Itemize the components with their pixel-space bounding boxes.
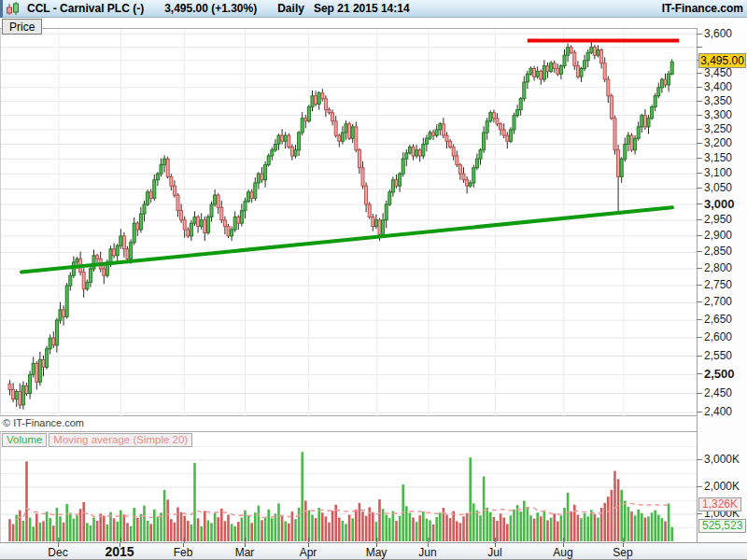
watermark-text: © IT-Finance.com <box>3 417 84 428</box>
price-tick-mark <box>697 158 702 159</box>
brand-logo-text: IT-Finance.com <box>662 2 743 15</box>
instrument-title: CCL - Carnival PLC (-) <box>27 2 144 15</box>
month-label: May <box>366 546 388 559</box>
volume-legend: Volume Moving average (Simple 20) <box>2 433 192 447</box>
price-tick-label: 2,700 <box>704 295 732 308</box>
price-tick-mark <box>697 337 702 338</box>
price-tick-mark <box>697 129 702 130</box>
price-tick-mark <box>697 373 702 374</box>
legend-chip-volume[interactable]: Volume <box>2 433 47 447</box>
price-tick-mark <box>697 319 702 320</box>
price-tick-label: 3,150 <box>704 151 732 164</box>
timeframe-label: Daily <box>277 2 304 15</box>
time-axis-band: Dec2015FebMarAprMayJunJulAugSep <box>0 542 747 560</box>
last-price-and-change: 3,495.00 (+1.30%) <box>164 2 257 15</box>
price-tick-mark <box>697 115 702 116</box>
month-label: Aug <box>553 546 572 559</box>
month-label: Mar <box>235 546 255 559</box>
price-tick-mark <box>697 34 702 35</box>
month-label: Apr <box>300 546 317 559</box>
price-tick-mark <box>697 393 702 394</box>
price-tick-label: 2,850 <box>704 245 732 258</box>
price-tick-label: 3,400 <box>704 80 732 93</box>
price-candlestick-chart[interactable] <box>1 29 698 417</box>
price-tick-label: 2,800 <box>704 261 732 274</box>
price-tick-label: 2,900 <box>704 229 732 242</box>
last-update-datetime: Sep 21 2015 14:14 <box>314 2 410 15</box>
volume-tick-label: 3,000K <box>704 453 740 466</box>
titlebar-accent-strip <box>0 0 3 18</box>
price-tick-label: 2,400 <box>704 405 732 418</box>
price-tick-label: 3,600 <box>704 27 732 40</box>
price-tick-mark <box>697 412 702 413</box>
volume-tick-mark <box>697 513 702 514</box>
price-tick-mark <box>697 301 702 302</box>
price-tick-label: 3,200 <box>704 136 732 149</box>
price-tick-label: 2,450 <box>704 386 732 399</box>
volume-tick-label: 2,000K <box>704 480 740 493</box>
price-tick-mark <box>697 219 702 220</box>
month-label: Sep <box>613 546 632 559</box>
price-chart-panel[interactable] <box>0 28 697 416</box>
price-tick-label: 2,750 <box>704 278 732 291</box>
price-tick-mark <box>697 251 702 252</box>
price-tick-mark <box>697 235 702 236</box>
current-volume-badge: 525,523 <box>698 519 746 533</box>
volume-bars-chart[interactable] <box>1 432 698 543</box>
price-tick-label: 3,450 <box>704 66 732 79</box>
candlestick-logo-icon <box>6 2 21 16</box>
price-tick-label: 3,100 <box>704 166 732 179</box>
price-tick-label: 2,500 <box>704 367 735 381</box>
price-tick-mark <box>697 268 702 269</box>
price-tick-mark <box>697 143 702 144</box>
month-label: Dec <box>48 546 67 559</box>
price-tick-label: 3,300 <box>704 108 732 121</box>
price-tick-mark <box>697 73 702 74</box>
price-tick-mark <box>697 356 702 357</box>
price-tick-label: 3,250 <box>704 122 732 135</box>
volume-chart-panel[interactable] <box>0 431 697 542</box>
price-tick-mark <box>697 101 702 102</box>
price-tick-label: 2,550 <box>704 349 732 362</box>
price-tick-label: 2,650 <box>704 313 732 326</box>
chart-application-window: CCL - Carnival PLC (-) 3,495.00 (+1.30%)… <box>0 0 747 560</box>
legend-chip-moving-average[interactable]: Moving average (Simple 20) <box>49 433 192 447</box>
volume-tick-mark <box>697 459 702 460</box>
title-bar: CCL - Carnival PLC (-) 3,495.00 (+1.30%)… <box>0 0 747 18</box>
month-label: Jun <box>418 546 436 559</box>
price-tick-label: 3,000 <box>704 197 735 211</box>
price-tick-mark <box>697 188 702 189</box>
price-tick-mark <box>697 47 702 48</box>
price-tick-mark <box>697 173 702 174</box>
volume-tick-mark <box>697 486 702 487</box>
price-tick-label: 2,600 <box>704 330 732 343</box>
price-tick-label: 3,050 <box>704 181 732 194</box>
price-tick-mark <box>697 285 702 286</box>
month-label: 2015 <box>105 544 134 559</box>
price-tick-label: 3,350 <box>704 94 732 107</box>
tab-price[interactable]: Price <box>2 19 42 35</box>
month-label: Jul <box>487 546 501 559</box>
price-tick-label: 2,950 <box>704 213 732 226</box>
month-label: Feb <box>174 546 193 559</box>
volume-ma-badge: 1,326K <box>698 497 741 511</box>
current-price-badge: 3,495.00 <box>698 53 746 68</box>
price-tick-mark <box>697 87 702 88</box>
price-tick-mark <box>697 203 702 204</box>
